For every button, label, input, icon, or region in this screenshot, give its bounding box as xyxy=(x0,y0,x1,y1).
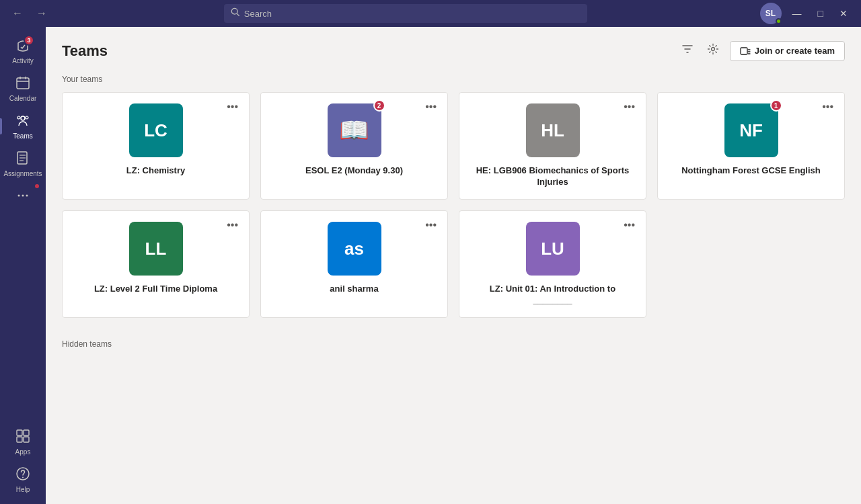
team-card-lz-level2[interactable]: ••• LL LZ: Level 2 Full Time Diploma xyxy=(62,210,250,318)
sidebar-item-activity[interactable]: 3 Activity xyxy=(0,32,46,70)
team-name-lz-chemistry: LZ: Chemistry xyxy=(126,165,185,177)
nottingham-badge: 1 xyxy=(770,99,782,112)
help-icon xyxy=(15,466,30,485)
team-avatar-nottingham: NF 1 xyxy=(724,103,778,157)
card-menu-lz-level2[interactable]: ••• xyxy=(223,218,242,233)
apps-icon xyxy=(15,429,30,447)
team-card-lz-chemistry[interactable]: ••• LC LZ: Chemistry xyxy=(62,92,250,200)
your-teams-label: Your teams xyxy=(62,75,845,84)
hidden-teams-label: Hidden teams xyxy=(62,339,845,349)
team-name-lz-level2: LZ: Level 2 Full Time Diploma xyxy=(94,284,217,295)
team-avatar-lz-level2: LL xyxy=(129,222,183,276)
settings-button[interactable] xyxy=(704,40,722,61)
help-label: Help xyxy=(16,486,30,493)
team-name-esol-e2: ESOL E2 (Monday 9.30) xyxy=(305,165,403,177)
svg-point-6 xyxy=(21,116,25,120)
svg-point-22 xyxy=(711,48,714,51)
svg-point-14 xyxy=(22,195,24,197)
minimize-button[interactable]: — xyxy=(787,7,807,20)
svg-point-7 xyxy=(26,116,28,119)
svg-point-0 xyxy=(231,8,237,14)
team-name-nottingham: Nottingham Forest GCSE English xyxy=(681,165,821,177)
esol-e2-badge: 2 xyxy=(373,99,385,112)
team-card-anil-sharma[interactable]: ••• as anil sharma xyxy=(260,210,448,318)
avatar-status xyxy=(776,18,782,24)
main-content: Teams Join or create xyxy=(46,27,861,504)
card-menu-he-lgb906[interactable]: ••• xyxy=(620,99,639,114)
avatar[interactable]: SL xyxy=(760,3,782,24)
calendar-label: Calendar xyxy=(9,95,37,102)
calendar-icon xyxy=(15,75,30,93)
sidebar-item-help[interactable]: Help xyxy=(0,461,46,499)
svg-rect-16 xyxy=(17,430,22,435)
team-name-he-lgb906: HE: LGB906 Biomechanics of Sports Injuri… xyxy=(470,165,635,188)
team-card-esol-e2[interactable]: ••• 📖 2 ESOL E2 (Monday 9.30) xyxy=(260,92,448,200)
card-menu-anil-sharma[interactable]: ••• xyxy=(421,218,441,233)
team-name-lz-unit01: LZ: Unit 01: An Introduction to ________ xyxy=(470,284,635,306)
close-button[interactable]: ✕ xyxy=(834,7,853,20)
join-create-label: Join or create team xyxy=(755,46,835,56)
team-avatar-esol-e2: 📖 2 xyxy=(328,103,381,157)
card-menu-nottingham[interactable]: ••• xyxy=(818,99,837,114)
teams-icon xyxy=(15,113,30,131)
svg-rect-17 xyxy=(24,430,29,435)
sidebar-item-more[interactable] xyxy=(0,183,46,212)
svg-line-1 xyxy=(237,13,239,16)
activity-label: Activity xyxy=(12,57,34,65)
team-avatar-lz-unit01: LU xyxy=(526,222,580,276)
teams-grid: ••• LC LZ: Chemistry ••• 📖 2 ESOL E2 (Mo… xyxy=(62,92,845,318)
svg-point-8 xyxy=(17,116,20,119)
card-menu-lz-chemistry[interactable]: ••• xyxy=(223,99,242,114)
titlebar: ← → SL — □ ✕ xyxy=(0,0,861,27)
search-input[interactable] xyxy=(244,9,581,19)
back-button[interactable]: ← xyxy=(8,6,27,21)
svg-point-15 xyxy=(26,195,28,197)
more-dot xyxy=(35,184,39,188)
forward-button[interactable]: → xyxy=(32,6,51,21)
assignments-icon xyxy=(15,151,30,169)
team-avatar-anil-sharma: as xyxy=(328,222,381,276)
titlebar-actions: SL — □ ✕ xyxy=(760,3,853,24)
sidebar-item-assignments[interactable]: Assignments xyxy=(0,145,46,183)
apps-label: Apps xyxy=(15,448,31,456)
more-icon xyxy=(15,188,30,206)
book-icon: 📖 xyxy=(339,116,369,144)
team-avatar-lz-chemistry: LC xyxy=(129,103,183,157)
sidebar-item-teams[interactable]: Teams xyxy=(0,108,46,145)
search-icon xyxy=(231,7,240,19)
header-actions: Join or create team xyxy=(679,40,845,61)
filter-button[interactable] xyxy=(679,40,696,61)
card-menu-lz-unit01[interactable]: ••• xyxy=(620,218,639,233)
sidebar-item-apps[interactable]: Apps xyxy=(0,423,46,461)
sidebar-bottom: Apps Help xyxy=(0,423,46,504)
team-avatar-he-lgb906: HL xyxy=(526,103,580,157)
team-name-anil-sharma: anil sharma xyxy=(330,284,378,295)
join-create-button[interactable]: Join or create team xyxy=(730,41,845,61)
svg-rect-19 xyxy=(24,437,29,442)
svg-rect-2 xyxy=(17,78,29,89)
svg-rect-18 xyxy=(17,437,22,442)
page-header: Teams Join or create xyxy=(62,40,845,61)
svg-rect-23 xyxy=(741,48,747,54)
card-menu-esol-e2[interactable]: ••• xyxy=(421,99,441,114)
team-card-nottingham[interactable]: ••• NF 1 Nottingham Forest GCSE English xyxy=(657,92,845,200)
search-bar[interactable] xyxy=(224,4,587,23)
sidebar: 3 Activity Calendar Teams xyxy=(0,27,46,504)
page-title: Teams xyxy=(62,42,108,60)
activity-badge: 3 xyxy=(24,35,34,46)
maximize-button[interactable]: □ xyxy=(813,7,829,20)
activity-icon: 3 xyxy=(15,38,30,56)
team-card-lz-unit01[interactable]: ••• LU LZ: Unit 01: An Introduction to _… xyxy=(459,210,646,318)
svg-point-21 xyxy=(22,477,24,478)
assignments-label: Assignments xyxy=(3,170,42,177)
nav-buttons: ← → xyxy=(8,6,51,21)
team-card-he-lgb906[interactable]: ••• HL HE: LGB906 Biomechanics of Sports… xyxy=(459,92,646,200)
teams-label: Teams xyxy=(13,132,32,140)
sidebar-item-calendar[interactable]: Calendar xyxy=(0,70,46,108)
svg-point-13 xyxy=(18,195,20,197)
